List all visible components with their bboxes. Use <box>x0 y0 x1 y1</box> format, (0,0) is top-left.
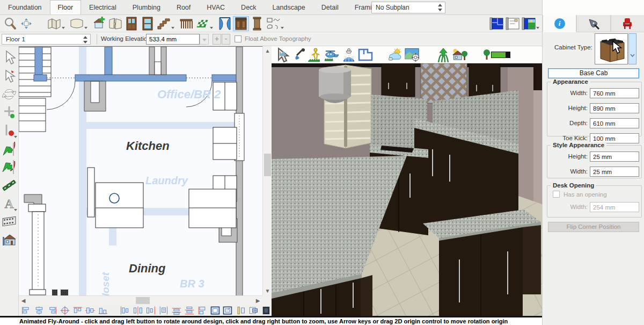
scroll-left-icon[interactable]: ◀ <box>19 296 28 305</box>
select-3d-icon[interactable] <box>274 47 290 63</box>
info-tab[interactable]: i <box>543 15 576 32</box>
window-icon[interactable] <box>140 16 156 31</box>
tree-slider-icon[interactable] <box>482 47 512 63</box>
render-settings-icon[interactable] <box>404 47 421 63</box>
cabinet-align-left-icon[interactable] <box>21 305 32 316</box>
spinner-arrows-icon[interactable] <box>437 3 443 12</box>
width-input[interactable] <box>590 88 639 98</box>
railing-icon[interactable] <box>178 16 194 31</box>
floorplan-canvas[interactable]: Office/BR 2 Kitchen Laundry Closet Dinin… <box>19 47 262 295</box>
text-icon[interactable]: A <box>1 194 18 213</box>
cabinet-align-bottom-icon[interactable] <box>98 305 108 316</box>
tab-plumbing[interactable]: Plumbing <box>125 0 169 15</box>
cabinet-align-right-icon[interactable] <box>47 305 57 316</box>
tab-foundation[interactable]: Foundation <box>0 0 50 15</box>
walkthrough-icon[interactable] <box>307 47 324 63</box>
render-3d-view[interactable] <box>272 63 542 316</box>
zoom-icon[interactable] <box>2 16 18 31</box>
door-icon[interactable] <box>123 16 140 31</box>
snap-out-icon[interactable] <box>1 158 18 176</box>
elevation-plus-button[interactable]: + <box>213 34 221 45</box>
flip-corner-position-button[interactable]: Flip Corner Position <box>548 222 639 232</box>
plan-view-icon[interactable] <box>488 16 504 31</box>
snap-in-icon[interactable] <box>1 140 18 158</box>
curved-wall-icon[interactable] <box>69 16 85 31</box>
cabinet-align-middle-icon[interactable] <box>85 305 96 316</box>
plan-outline-icon[interactable] <box>357 47 374 63</box>
scroll-down-icon[interactable]: ▼ <box>263 286 272 295</box>
pan-icon[interactable] <box>18 16 34 31</box>
tab-detail[interactable]: Detail <box>313 0 347 15</box>
edit-arrow-icon[interactable] <box>1 67 18 85</box>
cabinet-corner-icon[interactable] <box>197 305 208 316</box>
cabinet-icon[interactable] <box>233 16 249 31</box>
column-icon[interactable] <box>249 16 265 31</box>
fly-around-icon[interactable] <box>324 47 340 63</box>
walkthrough-film-icon[interactable] <box>1 213 18 231</box>
cabinet-stack-icon[interactable] <box>171 305 182 316</box>
floor-select[interactable]: Floor 1 <box>2 34 91 45</box>
cabinet-frame-icon[interactable] <box>210 305 221 316</box>
style-height-input[interactable] <box>590 151 639 162</box>
base-cab-button[interactable]: Base Cab <box>548 68 639 78</box>
scroll-right-icon[interactable]: ▶ <box>253 296 262 305</box>
vscroll-thumb[interactable] <box>264 154 271 176</box>
furniture-tab[interactable] <box>611 15 644 32</box>
split-line-icon[interactable] <box>1 121 18 140</box>
horizontal-scrollbar[interactable]: ◀ ▶ <box>19 295 262 305</box>
cabinet-offset-icon[interactable] <box>248 305 259 316</box>
tab-landscape[interactable]: Landscape <box>265 0 313 15</box>
spinner-arrows-icon[interactable] <box>82 35 89 44</box>
opening-icon[interactable] <box>217 16 233 31</box>
landscape-house-icon[interactable] <box>451 47 468 63</box>
top-door[interactable] <box>155 62 161 75</box>
dimension-chain-icon[interactable] <box>1 176 18 194</box>
cabinet-post-icon[interactable] <box>235 305 246 316</box>
stairs-icon[interactable] <box>156 16 172 31</box>
deck-icon[interactable] <box>194 16 210 31</box>
daylight-icon[interactable] <box>387 47 404 63</box>
view-3d-icon[interactable] <box>521 16 537 31</box>
cabinet-space-between-icon[interactable] <box>133 305 143 316</box>
pendant-light[interactable] <box>319 67 351 103</box>
pen-tab[interactable] <box>576 15 610 32</box>
style-width-input[interactable] <box>590 167 639 177</box>
cabinet-frame2-icon[interactable] <box>222 305 233 316</box>
has-opening-checkbox[interactable] <box>553 191 560 198</box>
hscroll-thumb[interactable] <box>136 297 150 304</box>
cabinet-stack2-icon[interactable] <box>184 305 195 316</box>
tab-floor[interactable]: Floor <box>50 0 81 15</box>
tab-roof[interactable]: Roof <box>169 0 199 15</box>
cabinet-dark-icon[interactable] <box>261 305 272 316</box>
cabinet-type-dropdown[interactable] <box>628 33 636 64</box>
add-node-icon[interactable] <box>1 103 18 121</box>
float-topography-checkbox[interactable] <box>235 35 241 42</box>
break-wall-icon[interactable] <box>107 16 123 31</box>
cabinet-space-right-icon[interactable] <box>145 305 156 316</box>
scroll-up-icon[interactable]: ▲ <box>263 46 272 55</box>
vertical-scrollbar[interactable]: ▲ ▼ <box>262 46 272 295</box>
cabinet-space-icon[interactable] <box>120 305 130 316</box>
wall-icon[interactable] <box>46 16 62 31</box>
height-input[interactable] <box>590 103 639 113</box>
orbit-icon[interactable] <box>340 47 357 63</box>
depth-input[interactable] <box>590 118 639 128</box>
house-3d-icon[interactable] <box>1 231 18 249</box>
cabinet-measure-icon[interactable]: ? <box>158 305 169 316</box>
opening-width-input[interactable] <box>590 202 639 212</box>
elevation-dropdown-icon[interactable] <box>200 34 209 45</box>
grow-plants-icon[interactable] <box>435 47 451 63</box>
shapes-icon[interactable] <box>265 16 281 31</box>
tab-electrical[interactable]: Electrical <box>81 0 125 15</box>
working-elevation-input[interactable] <box>146 34 200 45</box>
select-arrow-icon[interactable] <box>1 48 18 67</box>
tab-hvac[interactable]: HVAC <box>199 0 233 15</box>
subplan-select[interactable]: No Subplan <box>371 2 445 13</box>
cabinet-align-top-icon[interactable] <box>72 305 83 316</box>
eyedropper-icon[interactable] <box>290 47 307 63</box>
tab-deck[interactable]: Deck <box>233 0 264 15</box>
cabinet-align-center-icon[interactable] <box>34 305 45 316</box>
cabinet-center-both-icon[interactable] <box>60 305 70 316</box>
elevation-view-icon[interactable] <box>504 16 521 31</box>
rotate-icon[interactable] <box>1 85 18 103</box>
